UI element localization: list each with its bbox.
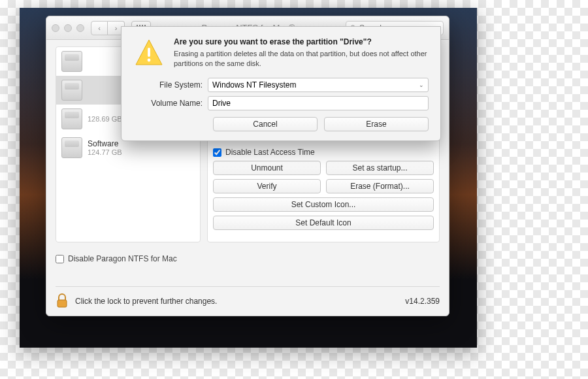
drive-icon: [61, 137, 82, 158]
volume-name-input[interactable]: [212, 99, 424, 108]
chevron-down-icon: ⌄: [419, 82, 424, 88]
back-button[interactable]: ‹: [91, 21, 108, 35]
drive-icon: [61, 51, 82, 72]
footer: Click the lock to prevent further change…: [56, 286, 440, 309]
svg-point-4: [148, 59, 151, 62]
dialog-subtitle: Erasing a partition deletes all the data…: [174, 49, 429, 69]
zoom-button[interactable]: [76, 24, 84, 32]
erase-button[interactable]: Erase: [324, 117, 429, 131]
svg-rect-3: [148, 48, 150, 57]
close-button[interactable]: [52, 24, 59, 32]
device-name: Software: [88, 139, 122, 148]
filesystem-select[interactable]: Windows NT Filesystem ⌄: [208, 78, 429, 92]
device-size: 128.69 GB: [88, 115, 122, 123]
svg-rect-2: [57, 300, 67, 307]
set-custom-icon-button[interactable]: Set Custom Icon...: [213, 197, 434, 212]
lock-icon[interactable]: [56, 293, 69, 309]
volume-name-label: Volume Name:: [133, 99, 208, 108]
erase-dialog: Are you sure you want to erase the parti…: [121, 26, 441, 141]
drive-icon: [61, 80, 82, 101]
drive-icon: [61, 108, 82, 129]
minimize-button[interactable]: [64, 24, 72, 32]
device-size: 124.77 GB: [88, 148, 122, 156]
disable-last-access-checkbox[interactable]: Disable Last Access Time: [213, 148, 434, 157]
traffic-lights: [52, 24, 84, 32]
warning-icon: [133, 37, 165, 69]
dialog-title: Are you sure you want to erase the parti…: [174, 37, 429, 46]
volume-name-field[interactable]: [208, 96, 429, 110]
filesystem-label: File System:: [133, 80, 208, 90]
set-startup-button[interactable]: Set as startup...: [326, 161, 434, 175]
version-label: v14.2.359: [405, 297, 440, 306]
erase-format-button[interactable]: Erase (Format)...: [326, 179, 434, 193]
set-default-icon-button[interactable]: Set Default Icon: [213, 216, 434, 230]
lock-hint: Click the lock to prevent further change…: [75, 297, 399, 306]
cancel-button[interactable]: Cancel: [213, 117, 318, 131]
verify-button[interactable]: Verify: [213, 179, 321, 193]
unmount-button[interactable]: Unmount: [213, 161, 321, 175]
disable-paragon-checkbox[interactable]: Disable Paragon NTFS for Mac: [56, 254, 440, 263]
